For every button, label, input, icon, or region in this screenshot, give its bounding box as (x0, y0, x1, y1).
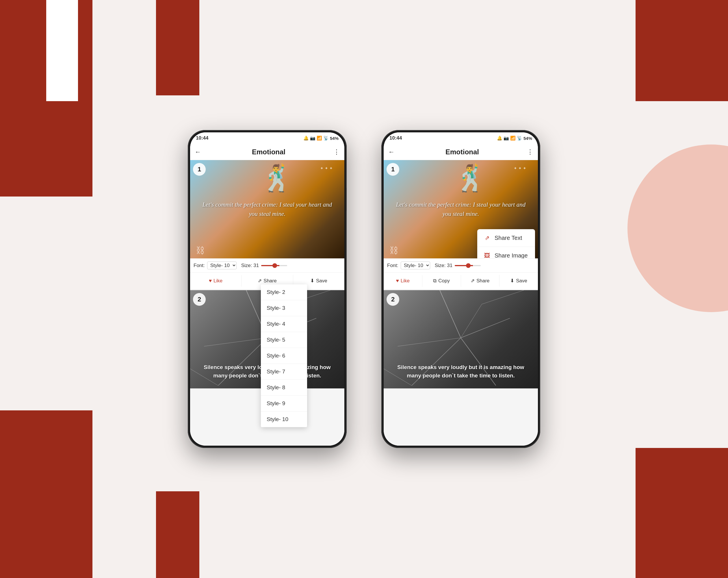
phone-left-screen: 10:44 🔔 📷 📶 📡 54% ← Emotional ⋮ (190, 132, 344, 446)
heart-icon-right: ♥ (396, 278, 399, 284)
birds-decoration-right: ✦ ✦ ✦ (514, 166, 526, 171)
like-button-left[interactable]: ♥ Like (190, 275, 241, 287)
save-icon-right: ⬇ (510, 278, 514, 284)
bg-decoration-bottom-right (635, 448, 728, 578)
app-title-left: Emotional (204, 148, 333, 156)
status-bar-left: 10:44 🔔 📷 📶 📡 54% (190, 132, 344, 144)
share-image-label: Share Image (495, 252, 528, 259)
app-bar-left: ← Emotional ⋮ (190, 144, 344, 160)
content-area-right: 🕺 ✦ ✦ ✦ ⛓ Let's commit the perfect crime… (384, 160, 538, 446)
quote-image-1-left: 🕺 ✦ ✦ ✦ ⛓ Let's commit the perfect crime… (190, 160, 344, 258)
menu-button-right[interactable]: ⋮ (527, 148, 533, 156)
dropdown-menu-left[interactable]: Style- 2 Style- 3 Style- 4 Style- 5 Styl… (261, 284, 307, 427)
phone-side-button (346, 188, 347, 211)
phone-side-button-right (540, 188, 540, 211)
battery-right: 54% (523, 136, 532, 141)
battery-left: 54% (330, 136, 339, 141)
svg-line-8 (440, 290, 461, 338)
silhouette-decoration-right: 🕺 (454, 163, 487, 193)
save-button-right[interactable]: ⬇ Save (499, 275, 538, 287)
dropdown-item-style4[interactable]: Style- 4 (261, 316, 307, 332)
size-label-right: Size: 31 (435, 263, 452, 269)
size-slider-right[interactable] (455, 265, 481, 266)
svg-line-14 (482, 290, 524, 304)
phone-left: 10:44 🔔 📷 📶 📡 54% ← Emotional ⋮ (188, 130, 347, 448)
svg-line-13 (461, 304, 482, 338)
notification-icon: 🔔 (303, 135, 309, 141)
action-bar-right: ♥ Like ⧉ Copy ⇗ Share ⬇ (384, 272, 538, 289)
content-area-left: 🕺 ✦ ✦ ✦ ⛓ Let's commit the perfect crime… (190, 160, 344, 446)
card-number-2-right: 2 (387, 293, 399, 306)
signal-icon-right: 📡 (517, 135, 522, 141)
quote-image-1-right: 🕺 ✦ ✦ ✦ ⛓ Let's commit the perfect crime… (384, 160, 538, 258)
font-select-right[interactable]: Style- 10 (401, 261, 430, 269)
quote-text-1-right: Let's commit the perfect crime: I steal … (395, 200, 526, 219)
dropdown-item-style5[interactable]: Style- 5 (261, 332, 307, 348)
dropdown-item-style9[interactable]: Style- 9 (261, 396, 307, 411)
phone-right: 10:44 🔔 📷 📶 📡 54% ← Emotional ⋮ (381, 130, 540, 448)
wifi-icon: 📶 (317, 135, 322, 141)
dropdown-item-style3[interactable]: Style- 3 (261, 300, 307, 316)
chain-decoration: ⛓ (196, 246, 205, 255)
signal-icon: 📡 (323, 135, 329, 141)
quote-card-1-left: 🕺 ✦ ✦ ✦ ⛓ Let's commit the perfect crime… (190, 160, 344, 289)
share-button-right[interactable]: ⇗ Share (461, 275, 500, 287)
status-bar-right: 10:44 🔔 📷 📶 📡 54% (384, 132, 538, 144)
svg-line-4 (204, 338, 267, 346)
like-button-right[interactable]: ♥ Like (384, 275, 422, 287)
quote-text-2-right: Silence speaks very loudly but it is ama… (395, 363, 526, 380)
chain-decoration-right: ⛓ (389, 246, 398, 255)
phones-container: 10:44 🔔 📷 📶 📡 54% ← Emotional ⋮ (188, 130, 540, 448)
share-text-button[interactable]: ⇗ Share Text (477, 229, 535, 247)
quote-card-2-right: Silence speaks very loudly but it is ama… (384, 290, 538, 388)
share-text-label: Share Text (495, 235, 522, 241)
share-image-button[interactable]: 🖼 Share Image (477, 247, 535, 258)
status-time-right: 10:44 (389, 135, 402, 141)
share-image-icon: 🖼 (483, 251, 491, 258)
copy-icon-right: ⧉ (433, 278, 437, 284)
wifi-icon-right: 📶 (510, 135, 516, 141)
app-bar-right: ← Emotional ⋮ (384, 144, 538, 160)
quote-card-1-right: 🕺 ✦ ✦ ✦ ⛓ Let's commit the perfect crime… (384, 160, 538, 289)
heart-icon-left: ♥ (209, 278, 212, 284)
card-number-1-left: 1 (193, 163, 206, 176)
font-select-left[interactable]: Style- 10 (207, 261, 237, 269)
silhouette-decoration: 🕺 (261, 163, 293, 193)
controls-bar-right: Font: Style- 10 Size: 31 (384, 258, 538, 272)
size-label-left: Size: 31 (241, 263, 259, 269)
bg-decoration-top-right (635, 0, 728, 101)
size-slider-left[interactable] (261, 265, 287, 266)
save-icon-left: ⬇ (310, 278, 314, 284)
bg-decoration-bottom-center (156, 491, 199, 578)
copy-button-right[interactable]: ⧉ Copy (422, 275, 461, 287)
status-time-left: 10:44 (196, 135, 208, 141)
birds-decoration: ✦ ✦ ✦ (320, 166, 333, 171)
share-popup-right: ⇗ Share Text 🖼 Share Image (477, 229, 535, 258)
svg-line-12 (398, 338, 461, 346)
phone-right-screen: 10:44 🔔 📷 📶 📡 54% ← Emotional ⋮ (384, 132, 538, 446)
dropdown-item-style6[interactable]: Style- 6 (261, 348, 307, 364)
share-text-icon: ⇗ (483, 234, 491, 242)
back-button-left[interactable]: ← (195, 148, 201, 156)
dropdown-item-style10[interactable]: Style- 10 (261, 411, 307, 427)
bg-decoration-top-center (156, 0, 199, 95)
share-icon-left: ⇗ (258, 278, 262, 284)
share-icon-right: ⇗ (471, 278, 475, 284)
back-button-right[interactable]: ← (388, 148, 395, 156)
size-slider-container-left (261, 265, 341, 266)
notification-icon-right: 🔔 (497, 135, 502, 141)
quote-image-2-right: Silence speaks very loudly but it is ama… (384, 290, 538, 388)
dropdown-item-style7[interactable]: Style- 7 (261, 364, 307, 380)
card-number-2-left: 2 (193, 293, 206, 306)
bg-decoration-white-left (46, 0, 78, 101)
quote-text-1-left: Let's commit the perfect crime: I steal … (202, 200, 333, 219)
bg-decoration-bottom-left (0, 410, 93, 578)
menu-button-left[interactable]: ⋮ (333, 148, 340, 156)
font-label-right: Font: (387, 263, 398, 269)
dropdown-item-style8[interactable]: Style- 8 (261, 380, 307, 396)
dropdown-item-style2[interactable]: Style- 2 (261, 284, 307, 300)
screenshot-icon: 📷 (310, 135, 315, 141)
status-icons-left: 🔔 📷 📶 📡 54% (303, 135, 339, 141)
screenshot-icon-right: 📷 (503, 135, 509, 141)
size-slider-container-right (455, 265, 535, 266)
